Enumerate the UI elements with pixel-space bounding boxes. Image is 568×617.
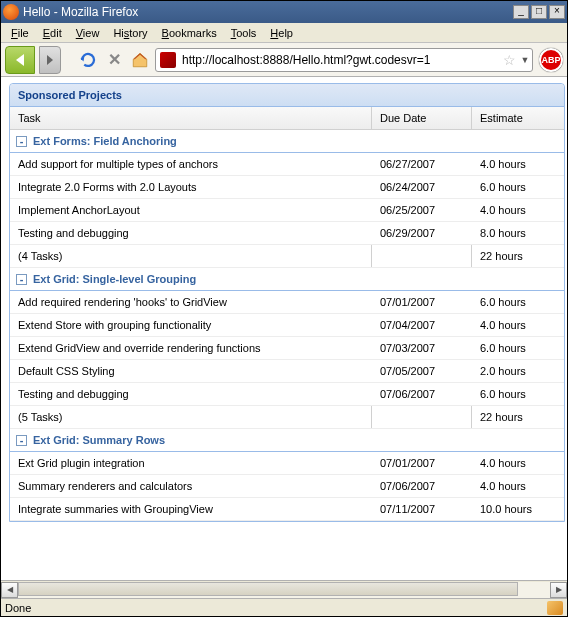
column-header-task[interactable]: Task [10,107,372,129]
cell-due: 07/06/2007 [372,383,472,405]
cell-est: 6.0 hours [472,291,564,313]
cell-due: 07/06/2007 [372,475,472,497]
table-row[interactable]: Testing and debugging07/06/20076.0 hours [10,383,564,406]
page-content: Sponsored Projects Task Due Date Estimat… [1,77,567,580]
forward-button[interactable] [39,46,61,74]
group-title: Ext Grid: Summary Rows [33,434,165,446]
cell-task: Testing and debugging [10,383,372,405]
home-button[interactable] [129,49,151,71]
cell-due: 06/24/2007 [372,176,472,198]
url-bar[interactable]: ☆ ▼ [155,48,533,72]
status-text: Done [5,602,547,614]
table-row[interactable]: Implement AnchorLayout06/25/20074.0 hour… [10,199,564,222]
summary-due [372,406,472,428]
column-header-estimate[interactable]: Estimate [472,107,564,129]
panel-title: Sponsored Projects [10,84,564,107]
scroll-track[interactable] [18,582,550,598]
group-header[interactable]: -Ext Forms: Field Anchoring [10,130,564,153]
menu-help[interactable]: Help [264,25,299,41]
summary-est: 22 hours [472,406,564,428]
back-button[interactable] [5,46,35,74]
cell-task: Implement AnchorLayout [10,199,372,221]
grid-panel: Sponsored Projects Task Due Date Estimat… [9,83,565,522]
cell-due: 06/29/2007 [372,222,472,244]
scroll-thumb[interactable] [18,582,518,596]
menu-bookmarks[interactable]: Bookmarks [156,25,223,41]
status-icon [547,601,563,615]
collapse-icon[interactable]: - [16,435,27,446]
group-header[interactable]: -Ext Grid: Single-level Grouping [10,268,564,291]
cell-est: 4.0 hours [472,452,564,474]
bookmark-star-icon[interactable]: ☆ [500,52,518,68]
group-title: Ext Forms: Field Anchoring [33,135,177,147]
table-row[interactable]: Add support for multiple types of anchor… [10,153,564,176]
cell-est: 6.0 hours [472,337,564,359]
cell-due: 06/27/2007 [372,153,472,175]
table-row[interactable]: Testing and debugging06/29/20078.0 hours [10,222,564,245]
cell-est: 4.0 hours [472,475,564,497]
cell-due: 07/05/2007 [372,360,472,382]
cell-est: 2.0 hours [472,360,564,382]
grid: Task Due Date Estimate -Ext Forms: Field… [10,107,564,521]
group-header[interactable]: -Ext Grid: Summary Rows [10,429,564,452]
column-header-due[interactable]: Due Date [372,107,472,129]
url-input[interactable] [180,53,500,67]
reload-button[interactable] [77,49,99,71]
cell-task: Integrate summaries with GroupingView [10,498,372,520]
summary-due [372,245,472,267]
cell-est: 6.0 hours [472,383,564,405]
cell-due: 07/04/2007 [372,314,472,336]
collapse-icon[interactable]: - [16,136,27,147]
status-bar: Done [1,598,567,616]
table-row[interactable]: Add required rendering 'hooks' to GridVi… [10,291,564,314]
maximize-button[interactable]: □ [531,5,547,19]
menubar: File Edit View History Bookmarks Tools H… [1,23,567,43]
menu-tools[interactable]: Tools [225,25,263,41]
home-icon [131,51,149,69]
cell-task: Summary renderers and calculators [10,475,372,497]
triangle-right-icon: ▶ [556,585,562,594]
adblock-button[interactable]: ABP [539,48,563,72]
url-dropdown-icon[interactable]: ▼ [518,55,532,65]
summary-task: (4 Tasks) [10,245,372,267]
menu-edit[interactable]: Edit [37,25,68,41]
table-row[interactable]: Integrate summaries with GroupingView07/… [10,498,564,521]
stop-button[interactable]: ✕ [103,49,125,71]
table-row[interactable]: Default CSS Styling07/05/20072.0 hours [10,360,564,383]
close-button[interactable]: × [549,5,565,19]
cell-due: 06/25/2007 [372,199,472,221]
summary-task: (5 Tasks) [10,406,372,428]
cell-task: Add support for multiple types of anchor… [10,153,372,175]
scroll-left-button[interactable]: ◀ [1,582,18,598]
cell-task: Testing and debugging [10,222,372,244]
minimize-button[interactable]: _ [513,5,529,19]
cell-task: Extend GridView and override rendering f… [10,337,372,359]
cell-task: Extend Store with grouping functionality [10,314,372,336]
horizontal-scrollbar[interactable]: ◀ ▶ [1,580,567,598]
table-row[interactable]: Extend GridView and override rendering f… [10,337,564,360]
cell-est: 4.0 hours [472,199,564,221]
navigation-toolbar: ✕ ☆ ▼ ABP [1,43,567,77]
cell-task: Default CSS Styling [10,360,372,382]
menu-history[interactable]: History [107,25,153,41]
menu-view[interactable]: View [70,25,106,41]
stop-icon: ✕ [108,50,121,69]
summary-row: (5 Tasks)22 hours [10,406,564,429]
cell-est: 4.0 hours [472,314,564,336]
menu-file[interactable]: File [5,25,35,41]
site-favicon [160,52,176,68]
scroll-right-button[interactable]: ▶ [550,582,567,598]
collapse-icon[interactable]: - [16,274,27,285]
cell-due: 07/01/2007 [372,291,472,313]
cell-est: 4.0 hours [472,153,564,175]
triangle-left-icon: ◀ [7,585,13,594]
cell-due: 07/01/2007 [372,452,472,474]
table-row[interactable]: Summary renderers and calculators07/06/2… [10,475,564,498]
grid-body: -Ext Forms: Field AnchoringAdd support f… [10,130,564,521]
cell-due: 07/03/2007 [372,337,472,359]
table-row[interactable]: Extend Store with grouping functionality… [10,314,564,337]
cell-est: 6.0 hours [472,176,564,198]
table-row[interactable]: Ext Grid plugin integration07/01/20074.0… [10,452,564,475]
table-row[interactable]: Integrate 2.0 Forms with 2.0 Layouts06/2… [10,176,564,199]
window-titlebar: Hello - Mozilla Firefox _ □ × [1,1,567,23]
